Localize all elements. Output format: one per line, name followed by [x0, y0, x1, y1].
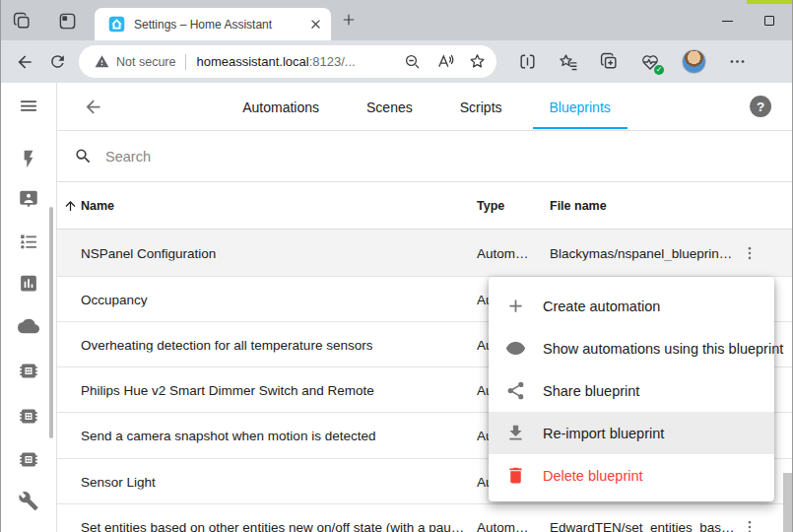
row-type: Autom…	[477, 245, 529, 260]
ha-nav-tabs: Automations Scenes Scripts Blueprints	[103, 85, 750, 128]
table-row[interactable]: Set entities based on other entities new…	[57, 504, 793, 532]
column-header-name[interactable]: Name	[81, 199, 114, 213]
read-aloud-icon[interactable]	[435, 52, 454, 71]
address-bar[interactable]: Not secure homeassistant.local:8123/...	[79, 45, 496, 78]
menu-item-label: Re-import blueprint	[543, 426, 664, 441]
menu-item-share-blueprint[interactable]: Share blueprint	[489, 369, 774, 412]
menu-item-create-automation[interactable]: Create automation	[489, 285, 774, 327]
browser-menu-icon[interactable]	[728, 52, 747, 71]
search-row	[57, 131, 793, 182]
security-label[interactable]: Not secure	[116, 55, 175, 69]
zoom-out-icon[interactable]	[404, 53, 422, 71]
sidebar-history-icon[interactable]	[19, 273, 39, 294]
row-type: Autom…	[477, 519, 529, 532]
share-icon	[505, 380, 526, 401]
row-name: NSPanel Configuration	[81, 245, 216, 260]
sidebar-tools-icon[interactable]	[19, 491, 39, 511]
sidebar-device-chip-3-icon[interactable]	[19, 449, 39, 470]
window-maximize-button[interactable]	[755, 10, 784, 32]
address-separator	[185, 54, 186, 70]
ha-back-icon[interactable]	[83, 97, 103, 117]
menu-item-delete-blueprint[interactable]: Delete blueprint	[489, 454, 774, 497]
sort-ascending-icon[interactable]	[63, 198, 78, 213]
tab-blueprints[interactable]: Blueprints	[533, 85, 628, 128]
profile-avatar[interactable]	[682, 49, 706, 74]
home-assistant-favicon	[108, 16, 125, 33]
menu-item-label: Delete blueprint	[543, 468, 643, 484]
url-host: homeassistant.local	[196, 54, 308, 69]
search-input[interactable]	[105, 149, 793, 165]
browser-tab[interactable]: Settings – Home Assistant	[95, 8, 331, 40]
url-suffix: :8123/...	[309, 54, 356, 69]
favorites-icon[interactable]	[559, 52, 578, 72]
row-name: Send a camera snapshot when motion is de…	[81, 429, 375, 443]
row-file: Blackymas/nspanel_blueprin…	[550, 245, 732, 260]
page-scrollbar[interactable]	[783, 473, 793, 532]
row-overflow-menu-icon[interactable]	[741, 244, 759, 262]
essentials-check-badge: ✓	[654, 65, 664, 75]
help-icon[interactable]: ?	[750, 96, 771, 117]
window-minimize-button[interactable]	[712, 10, 742, 32]
tab-scripts[interactable]: Scripts	[443, 85, 519, 128]
row-name: Occupancy	[81, 292, 148, 306]
blueprint-context-menu: Create automation Show automations using…	[489, 277, 774, 501]
url-text[interactable]: homeassistant.local:8123/...	[196, 54, 390, 69]
ha-sidebar	[1, 83, 57, 532]
sidebar-cloud-icon[interactable]	[18, 315, 39, 337]
home-assistant-app: Automations Scenes Scripts Blueprints ? …	[1, 83, 793, 532]
row-overflow-menu-icon[interactable]	[741, 518, 759, 532]
table-header: Name Type File name	[57, 182, 793, 230]
menu-item-show-automations[interactable]: Show automations using this blueprint	[489, 327, 774, 369]
sidebar-logbook-icon[interactable]	[19, 232, 39, 252]
row-name: Overheating detection for all temperatur…	[81, 337, 372, 352]
menu-item-label: Share blueprint	[543, 383, 639, 399]
sidebar-device-chip-2-icon[interactable]	[19, 406, 39, 427]
eye-icon	[505, 338, 526, 359]
column-header-file[interactable]: File name	[550, 199, 607, 213]
browser-toolbar: Not secure homeassistant.local:8123/... …	[1, 40, 793, 83]
screen-edge-sliver	[747, 0, 793, 4]
download-icon	[505, 423, 526, 443]
table-row[interactable]: NSPanel Configuration Autom… Blackymas/n…	[57, 230, 793, 277]
tab-scenes[interactable]: Scenes	[350, 85, 430, 128]
collections-icon[interactable]	[600, 52, 619, 71]
not-secure-warning-icon	[95, 54, 109, 69]
row-file: EdwardTEN/set_entities_bas…	[550, 519, 735, 532]
new-tab-icon[interactable]	[340, 11, 358, 29]
split-screen-icon[interactable]	[518, 52, 537, 71]
row-name: Philips Hue v2 Smart Dimmer Switch and R…	[81, 382, 374, 397]
column-header-type[interactable]: Type	[477, 199, 504, 213]
tab-title: Settings – Home Assistant	[134, 18, 308, 32]
favorite-star-icon[interactable]	[468, 52, 487, 71]
tab-actions-icon[interactable]	[58, 12, 77, 31]
sidebar-assist-icon[interactable]	[19, 189, 39, 210]
sidebar-menu-icon[interactable]	[19, 96, 39, 116]
back-icon[interactable]	[15, 52, 34, 72]
browser-essentials-icon[interactable]: ✓	[640, 52, 660, 72]
tab-close-icon[interactable]	[308, 17, 323, 32]
ha-header: Automations Scenes Scripts Blueprints ?	[57, 83, 793, 131]
browser-tabstrip: Settings – Home Assistant	[1, 0, 793, 40]
plus-icon	[505, 296, 526, 316]
row-name: Set entities based on other entities new…	[81, 519, 470, 532]
row-name: Sensor Light	[81, 474, 156, 489]
sidebar-energy-icon[interactable]	[19, 149, 39, 169]
trash-icon	[505, 465, 526, 486]
menu-item-label: Show automations using this blueprint	[543, 341, 783, 357]
refresh-icon[interactable]	[48, 52, 67, 71]
menu-item-reimport-blueprint[interactable]: Re-import blueprint	[489, 412, 774, 454]
tab-automations[interactable]: Automations	[226, 85, 336, 128]
search-icon	[74, 147, 93, 166]
menu-item-label: Create automation	[543, 299, 660, 314]
workspaces-icon[interactable]	[13, 12, 32, 31]
sidebar-device-chip-1-icon[interactable]	[19, 361, 39, 381]
sidebar-scrollbar[interactable]	[49, 207, 53, 438]
